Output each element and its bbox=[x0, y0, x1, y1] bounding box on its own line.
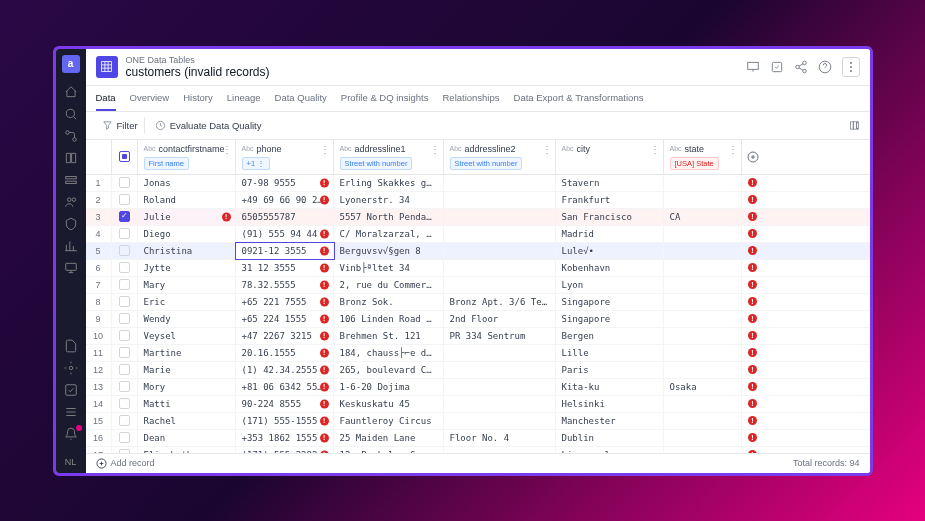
monitor-icon[interactable] bbox=[64, 261, 78, 275]
cell-contactfirstname[interactable]: Veysel bbox=[138, 328, 236, 344]
tab-relationships[interactable]: Relationships bbox=[442, 86, 499, 111]
cell-contactfirstname[interactable]: Martine bbox=[138, 345, 236, 361]
cell-addressline1[interactable]: Keskuskatu 45 bbox=[334, 396, 444, 412]
cell-state[interactable] bbox=[664, 192, 742, 208]
cell-addressline2[interactable] bbox=[444, 362, 556, 378]
cell-contactfirstname[interactable]: Marie bbox=[138, 362, 236, 378]
layers-icon[interactable] bbox=[64, 173, 78, 187]
cell-city[interactable]: Madrid bbox=[556, 226, 664, 242]
cell-addressline1[interactable]: Vinb├ªltet 34 bbox=[334, 260, 444, 276]
cell-addressline2[interactable]: Bronz Apt. 3/6 Tesvikiye bbox=[444, 294, 556, 310]
cell-addressline2[interactable] bbox=[444, 396, 556, 412]
row-checkbox[interactable] bbox=[119, 262, 130, 273]
cell-addressline2[interactable] bbox=[444, 175, 556, 191]
table-row[interactable]: 14Matti90-224 8555Keskuskatu 45Helsinki bbox=[86, 396, 870, 413]
cell-contactfirstname[interactable]: Christina bbox=[138, 243, 236, 259]
cell-city[interactable]: Lyon bbox=[556, 277, 664, 293]
cell-city[interactable]: Bergen bbox=[556, 328, 664, 344]
flow-icon[interactable] bbox=[64, 129, 78, 143]
row-checkbox[interactable] bbox=[119, 415, 130, 426]
row-checkbox[interactable] bbox=[119, 347, 130, 358]
cell-phone[interactable]: (171) 555-2282 bbox=[236, 447, 334, 453]
user-initials[interactable]: NL bbox=[65, 457, 77, 467]
home-icon[interactable] bbox=[64, 85, 78, 99]
cell-contactfirstname[interactable]: Rachel bbox=[138, 413, 236, 429]
shield-icon[interactable] bbox=[64, 217, 78, 231]
cell-city[interactable]: San Francisco bbox=[556, 209, 664, 225]
cell-contactfirstname[interactable]: Jytte bbox=[138, 260, 236, 276]
cell-phone[interactable]: 31 12 3555 bbox=[236, 260, 334, 276]
help-icon[interactable] bbox=[818, 60, 832, 74]
cell-phone[interactable]: 0921-12 3555 bbox=[236, 243, 334, 259]
cell-state[interactable] bbox=[664, 175, 742, 191]
table-row[interactable]: 16Dean+353 1862 155525 Maiden LaneFloor … bbox=[86, 430, 870, 447]
cell-state[interactable] bbox=[664, 413, 742, 429]
row-checkbox[interactable] bbox=[119, 228, 130, 239]
row-checkbox[interactable] bbox=[119, 313, 130, 324]
row-checkbox[interactable] bbox=[119, 381, 130, 392]
evaluate-button[interactable]: Evaluate Data Quality bbox=[155, 120, 262, 131]
cell-state[interactable] bbox=[664, 396, 742, 412]
table-row[interactable]: 3Julie65055557875557 North Pendale Stre…… bbox=[86, 209, 870, 226]
row-checkbox[interactable] bbox=[119, 194, 130, 205]
row-checkbox[interactable] bbox=[119, 330, 130, 341]
cell-addressline2[interactable] bbox=[444, 413, 556, 429]
cell-addressline1[interactable]: Erling Skakkes gate 78 bbox=[334, 175, 444, 191]
table-row[interactable]: 12Marie(1) 42.34.2555265, boulevard Char… bbox=[86, 362, 870, 379]
chart-icon[interactable] bbox=[64, 239, 78, 253]
table-row[interactable]: 9Wendy+65 224 1555106 Linden Road Sandow… bbox=[86, 311, 870, 328]
cell-phone[interactable]: +65 221 7555 bbox=[236, 294, 334, 310]
cell-addressline1[interactable]: Fauntleroy Circus bbox=[334, 413, 444, 429]
row-checkbox[interactable] bbox=[119, 432, 130, 443]
cell-addressline1[interactable]: 1-6-20 Dojima bbox=[334, 379, 444, 395]
presentation-icon[interactable] bbox=[746, 60, 760, 74]
cell-phone[interactable]: +81 06 6342 5555 bbox=[236, 379, 334, 395]
table-row[interactable]: 8Eric+65 221 7555Bronz Sok.Bronz Apt. 3/… bbox=[86, 294, 870, 311]
row-checkbox[interactable] bbox=[119, 296, 130, 307]
cell-addressline1[interactable]: C/ Moralzarzal, 86 bbox=[334, 226, 444, 242]
cell-city[interactable]: Paris bbox=[556, 362, 664, 378]
cell-state[interactable] bbox=[664, 362, 742, 378]
settings-icon[interactable] bbox=[64, 361, 78, 375]
cell-city[interactable]: Dublin bbox=[556, 430, 664, 446]
cell-contactfirstname[interactable]: Dean bbox=[138, 430, 236, 446]
cell-contactfirstname[interactable]: Matti bbox=[138, 396, 236, 412]
cell-phone[interactable]: +353 1862 1555 bbox=[236, 430, 334, 446]
column-header-phone[interactable]: Abcphone+1 ⋮⋮ bbox=[236, 140, 334, 174]
cell-contactfirstname[interactable]: Eric bbox=[138, 294, 236, 310]
cell-addressline1[interactable]: Lyonerstr. 34 bbox=[334, 192, 444, 208]
app-logo-icon[interactable]: a bbox=[62, 55, 80, 73]
cell-contactfirstname[interactable]: Wendy bbox=[138, 311, 236, 327]
cell-contactfirstname[interactable]: Diego bbox=[138, 226, 236, 242]
cell-city[interactable]: Singapore bbox=[556, 311, 664, 327]
cell-addressline2[interactable] bbox=[444, 226, 556, 242]
cell-city[interactable]: Stavern bbox=[556, 175, 664, 191]
tab-profile-dq-insights[interactable]: Profile & DQ insights bbox=[341, 86, 429, 111]
table-row[interactable]: 11Martine20.16.1555184, chauss├⌐e de Tou… bbox=[86, 345, 870, 362]
row-checkbox[interactable] bbox=[119, 364, 130, 375]
cell-addressline2[interactable] bbox=[444, 345, 556, 361]
tab-overview[interactable]: Overview bbox=[130, 86, 170, 111]
add-record-button[interactable]: Add record bbox=[96, 458, 155, 469]
table-row[interactable]: 4Diego(91) 555 94 44C/ Moralzarzal, 86Ma… bbox=[86, 226, 870, 243]
cell-phone[interactable]: 6505555787 bbox=[236, 209, 334, 225]
cell-contactfirstname[interactable]: Mary bbox=[138, 277, 236, 293]
cell-addressline1[interactable]: 5557 North Pendale Stre… bbox=[334, 209, 444, 225]
task-icon[interactable] bbox=[770, 60, 784, 74]
cell-addressline2[interactable] bbox=[444, 192, 556, 208]
table-row[interactable]: 5Christina0921-12 3555Berguvsv√§gen 8Lul… bbox=[86, 243, 870, 260]
cell-addressline1[interactable]: 2, rue du Commerce bbox=[334, 277, 444, 293]
cell-addressline2[interactable] bbox=[444, 379, 556, 395]
share-icon[interactable] bbox=[794, 60, 808, 74]
cell-addressline1[interactable]: 12, Berkeley Gardens Bl… bbox=[334, 447, 444, 453]
cell-city[interactable]: Kita-ku bbox=[556, 379, 664, 395]
cell-contactfirstname[interactable]: Julie bbox=[138, 209, 236, 225]
cell-city[interactable]: Kobenhavn bbox=[556, 260, 664, 276]
columns-config-icon[interactable] bbox=[849, 120, 860, 131]
cell-state[interactable] bbox=[664, 277, 742, 293]
cell-addressline2[interactable] bbox=[444, 260, 556, 276]
cell-state[interactable] bbox=[664, 226, 742, 242]
filter-button[interactable]: Filter bbox=[96, 117, 145, 134]
row-checkbox[interactable] bbox=[119, 211, 130, 222]
cell-phone[interactable]: 78.32.5555 bbox=[236, 277, 334, 293]
